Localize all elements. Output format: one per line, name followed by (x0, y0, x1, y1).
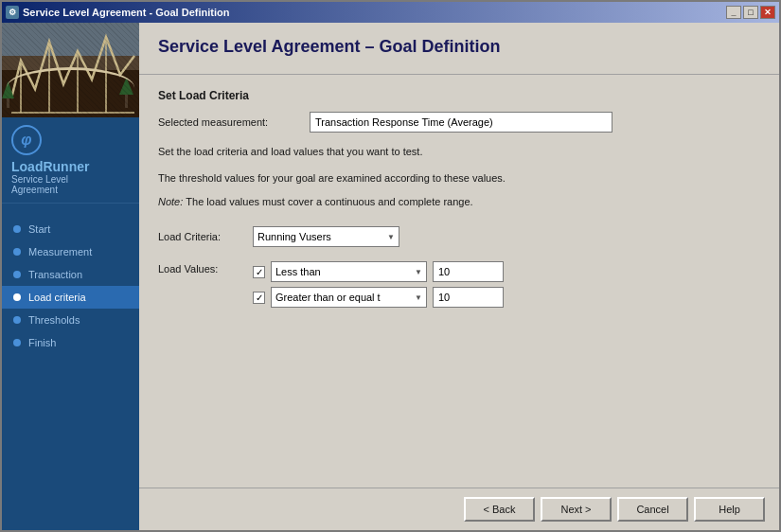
svg-rect-9 (7, 94, 9, 108)
load-value-row-1: ✓ Greater than or equal t ▼ 10 (253, 287, 504, 308)
main-window: ⚙ Service Level Agreement - Goal Definit… (0, 0, 781, 532)
window-title: Service Level Agreement - Goal Definitio… (23, 7, 726, 18)
sidebar-item-load-criteria[interactable]: Load criteria (2, 286, 139, 309)
load-criteria-row: Load Criteria: Running Vusers ▼ (158, 226, 760, 247)
load-value-checkbox-1[interactable]: ✓ (253, 292, 265, 304)
svg-rect-11 (125, 91, 128, 108)
sidebar-item-measurement[interactable]: Measurement (2, 240, 139, 263)
nav-dot-load-criteria (13, 293, 21, 301)
nav-dot-measurement (13, 248, 21, 256)
note-text: Note: The load values must cover a conti… (158, 196, 760, 207)
load-value-condition-select-0[interactable]: Less than ▼ (271, 261, 427, 282)
sidebar-item-start[interactable]: Start (2, 218, 139, 240)
main-panel: Service Level Agreement – Goal Definitio… (139, 23, 779, 530)
nav-dot-transaction (13, 271, 21, 278)
note-label: Note: (158, 196, 186, 207)
load-value-input-1[interactable]: 10 (433, 287, 504, 308)
product-name: LoadRunner (11, 159, 130, 174)
minimize-button[interactable]: _ (726, 6, 741, 19)
load-value-input-0[interactable]: 10 (433, 261, 504, 282)
load-value-checkbox-0[interactable]: ✓ (253, 266, 265, 278)
load-value-condition-select-1[interactable]: Greater than or equal t ▼ (271, 287, 427, 308)
back-button[interactable]: < Back (464, 497, 535, 522)
maximize-button[interactable]: □ (743, 6, 758, 19)
sidebar-nav: Start Measurement Transaction Load crite… (2, 204, 139, 530)
note-content: The load values must cover a continuous … (186, 196, 472, 207)
load-value-condition-0: Less than (275, 266, 321, 277)
load-values-label: Load Values: (158, 261, 253, 275)
description-line1: Set the load criteria and load values th… (158, 144, 760, 161)
sidebar-item-finish[interactable]: Finish (2, 331, 139, 354)
load-criteria-arrow-icon: ▼ (387, 233, 395, 241)
window-controls: _ □ ✕ (726, 6, 775, 19)
load-value-row-0: ✓ Less than ▼ 10 (253, 261, 504, 282)
selected-measurement-value: Transaction Response Time (Average) (310, 112, 612, 133)
bottom-bar: < Back Next > Cancel Help (139, 488, 779, 530)
svg-rect-3 (2, 23, 139, 56)
nav-dot-finish (13, 339, 21, 346)
panel-body: Set Load Criteria Selected measurement: … (139, 75, 779, 488)
svg-rect-2 (2, 70, 139, 117)
selected-measurement-row: Selected measurement: Transaction Respon… (158, 112, 760, 133)
content-area: φ LoadRunner Service Level Agreement Sta… (2, 23, 779, 530)
panel-title: Service Level Agreement – Goal Definitio… (158, 37, 760, 57)
selected-measurement-label: Selected measurement: (158, 116, 310, 128)
condition-arrow-icon-1: ▼ (415, 293, 422, 302)
close-button[interactable]: ✕ (760, 6, 775, 19)
svg-rect-1 (2, 23, 139, 70)
nav-dot-thresholds (13, 316, 21, 324)
sidebar-image (2, 23, 139, 117)
title-bar: ⚙ Service Level Agreement - Goal Definit… (2, 2, 779, 23)
section-title: Set Load Criteria (158, 89, 760, 102)
nav-dot-start (13, 225, 21, 233)
sidebar: φ LoadRunner Service Level Agreement Sta… (2, 23, 139, 530)
load-criteria-label: Load Criteria: (158, 231, 253, 242)
panel-header: Service Level Agreement – Goal Definitio… (139, 23, 779, 75)
load-values-rows: ✓ Less than ▼ 10 ✓ (253, 261, 504, 308)
next-button[interactable]: Next > (541, 497, 612, 522)
help-button[interactable]: Help (694, 497, 765, 522)
product-subtitle-line2: Agreement (11, 185, 130, 195)
cancel-button[interactable]: Cancel (617, 497, 688, 522)
load-value-condition-1: Greater than or equal t (275, 292, 381, 303)
condition-arrow-icon-0: ▼ (415, 268, 422, 276)
window-icon: ⚙ (6, 6, 19, 19)
hp-logo: φ (11, 125, 42, 155)
sidebar-image-svg (2, 23, 139, 117)
load-criteria-selected-value: Running Vusers (257, 231, 331, 242)
svg-rect-0 (2, 23, 139, 117)
product-subtitle-line1: Service Level (11, 174, 130, 185)
load-criteria-select[interactable]: Running Vusers ▼ (253, 226, 399, 247)
svg-marker-10 (2, 81, 14, 98)
load-values-container: Load Values: ✓ Less than ▼ 10 (158, 261, 760, 308)
description-line2: The threshold values for your goal are e… (158, 170, 760, 187)
sidebar-logo-area: φ LoadRunner Service Level Agreement (2, 117, 139, 204)
sidebar-item-thresholds[interactable]: Thresholds (2, 309, 139, 331)
sidebar-item-transaction[interactable]: Transaction (2, 263, 139, 286)
svg-marker-12 (119, 78, 133, 95)
